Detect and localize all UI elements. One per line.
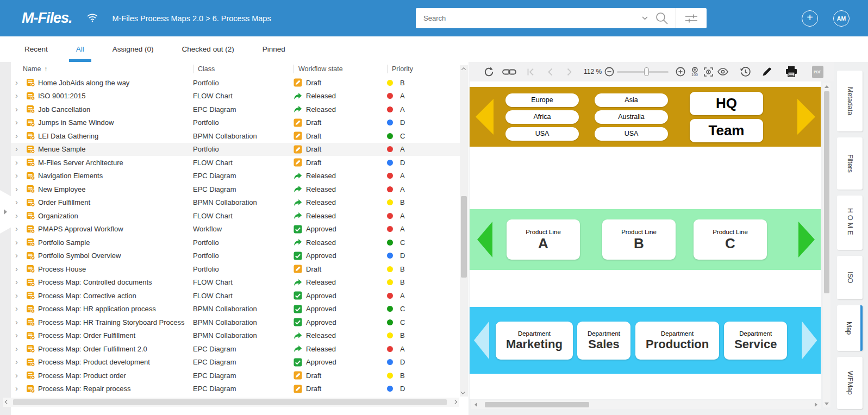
product-line-node[interactable]: Product LineC: [694, 219, 767, 260]
previous-page-icon[interactable]: [540, 64, 560, 80]
column-header-priority[interactable]: Priority: [387, 65, 460, 73]
table-row[interactable]: ›OrganizationFLOW ChartReleasedA: [11, 209, 460, 223]
departments-prev-arrow[interactable]: [474, 322, 489, 360]
table-row[interactable]: ›Process Map: Order FulfillmentBPMN Coll…: [11, 329, 460, 343]
table-row[interactable]: ›Menue SamplePortfolioDraftA: [11, 143, 460, 156]
column-header-class[interactable]: Class: [193, 65, 294, 73]
table-row[interactable]: ›Navigation ElementsEPC DiagramReleasedA: [11, 169, 460, 183]
table-row[interactable]: ›Process Map: HR application processBPMN…: [11, 303, 460, 316]
table-row[interactable]: ›M-Files Server ArchitectureFLOW ChartDr…: [11, 156, 460, 169]
department-node[interactable]: DepartmentMarketing: [496, 322, 573, 360]
search-filters-icon[interactable]: [684, 12, 698, 24]
scroll-down-button[interactable]: [460, 389, 467, 397]
scroll-right-button[interactable]: [451, 398, 459, 406]
table-row[interactable]: ›Home JobAids along the wayPortfolioDraf…: [11, 76, 460, 90]
expand-row-chevron-icon[interactable]: ›: [15, 278, 26, 287]
product-line-node[interactable]: Product LineB: [602, 219, 676, 260]
org-node[interactable]: HQ: [690, 92, 763, 115]
expand-row-chevron-icon[interactable]: ›: [15, 304, 26, 313]
scroll-left-button[interactable]: [3, 398, 11, 406]
history-icon[interactable]: [736, 64, 754, 80]
expand-row-chevron-icon[interactable]: ›: [15, 78, 26, 87]
list-hscrollbar-thumb[interactable]: [13, 399, 447, 405]
table-row[interactable]: ›Process Map: HR Training Storyboard Pro…: [11, 316, 460, 329]
tab-pinned[interactable]: Pinned: [255, 36, 292, 62]
column-header-name[interactable]: Name↑: [23, 65, 193, 73]
expand-row-chevron-icon[interactable]: ›: [15, 265, 26, 274]
create-new-button[interactable]: +: [802, 10, 818, 27]
regions-prev-arrow[interactable]: [476, 99, 494, 135]
scroll-up-button[interactable]: [460, 65, 467, 73]
zoom-out-icon[interactable]: [602, 64, 617, 80]
next-page-icon[interactable]: [560, 64, 579, 80]
list-horizontal-scrollbar[interactable]: [3, 398, 459, 407]
region-node[interactable]: Africa: [505, 110, 579, 124]
expand-row-chevron-icon[interactable]: ›: [15, 91, 26, 100]
expand-row-chevron-icon[interactable]: ›: [15, 344, 26, 354]
side-tab-map[interactable]: Map: [837, 305, 863, 351]
table-row[interactable]: ›Process Map: Controlled documentsFLOW C…: [11, 276, 460, 290]
table-row[interactable]: ›Portfolio Symbol OverviewPortfolioAppro…: [11, 249, 460, 263]
table-row[interactable]: ›Process Map: Repair processEPC DiagramD…: [11, 382, 460, 396]
expand-row-chevron-icon[interactable]: ›: [15, 331, 26, 340]
search-input[interactable]: [416, 14, 642, 22]
department-node[interactable]: DepartmentProduction: [635, 322, 719, 360]
user-avatar[interactable]: AM: [833, 10, 850, 27]
table-row[interactable]: ›Process Map: Corrective actionFLOW Char…: [11, 289, 460, 303]
region-node[interactable]: USA: [595, 127, 668, 141]
table-row[interactable]: ›LEI Data GatheringBPMN CollaborationDra…: [11, 129, 460, 143]
breadcrumb[interactable]: M-Files Process Maps 2.0 > 6. Process Ma…: [113, 14, 271, 23]
search-icon[interactable]: [654, 11, 669, 26]
expand-row-chevron-icon[interactable]: ›: [15, 224, 26, 234]
first-page-icon[interactable]: [521, 64, 540, 80]
copy-link-icon[interactable]: [498, 64, 521, 80]
expand-row-chevron-icon[interactable]: ›: [15, 185, 26, 194]
products-prev-arrow[interactable]: [477, 222, 492, 257]
zoom-fit-icon[interactable]: [701, 64, 715, 80]
region-node[interactable]: Australia: [595, 110, 668, 124]
regions-next-arrow[interactable]: [797, 99, 815, 135]
expand-row-chevron-icon[interactable]: ›: [15, 105, 26, 114]
refresh-icon[interactable]: [479, 64, 498, 80]
preview-scroll-down-button[interactable]: [823, 400, 830, 407]
preview-scroll-up-button[interactable]: [823, 83, 830, 90]
table-row[interactable]: ›Jumps in Same WindowPortfolioDraftD: [11, 116, 460, 130]
expand-row-chevron-icon[interactable]: ›: [15, 144, 26, 154]
region-node[interactable]: Asia: [595, 93, 668, 107]
expand-row-chevron-icon[interactable]: ›: [15, 131, 26, 141]
department-node[interactable]: DepartmentService: [724, 322, 787, 360]
overview-eye-icon[interactable]: [715, 64, 730, 80]
edit-pencil-icon[interactable]: [757, 64, 777, 80]
expand-row-chevron-icon[interactable]: ›: [15, 171, 26, 180]
side-tab-iso[interactable]: ISO: [837, 256, 863, 299]
side-tab-filters[interactable]: Filters: [837, 137, 863, 190]
side-tab-metadata[interactable]: Metadata: [837, 71, 863, 131]
table-row[interactable]: ›Job CancellationEPC DiagramReleasedA: [11, 103, 460, 116]
expand-row-chevron-icon[interactable]: ›: [15, 158, 26, 167]
zoom-in-icon[interactable]: [673, 64, 688, 80]
expand-row-chevron-icon[interactable]: ›: [15, 318, 26, 327]
product-line-node[interactable]: Product LineA: [507, 219, 580, 260]
table-row[interactable]: ›Portfolio SamplePortfolioReleasedC: [11, 236, 460, 249]
search-scope-chevron-down-icon[interactable]: [642, 16, 648, 20]
expand-row-chevron-icon[interactable]: ›: [15, 384, 26, 393]
region-node[interactable]: USA: [505, 127, 579, 141]
department-node[interactable]: DepartmentSales: [577, 322, 630, 360]
column-header-workflow-state[interactable]: Workflow state: [294, 65, 387, 73]
expand-row-chevron-icon[interactable]: ›: [15, 198, 26, 207]
tab-recent[interactable]: Recent: [17, 36, 55, 62]
table-row[interactable]: ›Order FulfillmentBPMN CollaborationRele…: [11, 196, 460, 210]
print-icon[interactable]: [780, 64, 802, 80]
tab-all[interactable]: All: [69, 36, 91, 62]
table-row[interactable]: ›Process Map: Product orderEPC DiagramDr…: [11, 369, 460, 382]
zoom-slider-handle[interactable]: [644, 67, 649, 76]
products-next-arrow[interactable]: [798, 222, 815, 257]
table-row[interactable]: ›Process HousePortfolioDraftB: [11, 262, 460, 276]
expand-row-chevron-icon[interactable]: ›: [15, 118, 26, 127]
tab-checked-out-2[interactable]: Checked out (2): [175, 36, 241, 62]
expand-row-chevron-icon[interactable]: ›: [15, 357, 26, 367]
side-tab-wfmap[interactable]: WFMap: [837, 357, 863, 409]
expand-navigation-handle[interactable]: [0, 190, 11, 234]
preview-hscrollbar-thumb[interactable]: [485, 402, 589, 407]
tab-assigned-0[interactable]: Assigned (0): [105, 36, 161, 62]
